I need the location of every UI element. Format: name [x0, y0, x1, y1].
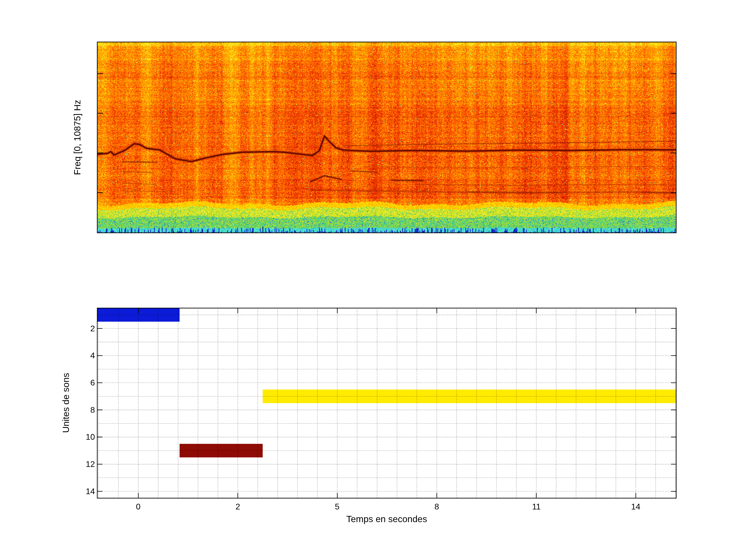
x-tick-label-2: 5 — [319, 501, 355, 512]
bottom-plot-box — [97, 308, 676, 498]
x-tick-label-5: 14 — [618, 501, 654, 512]
x-tick-label-0: 0 — [120, 501, 156, 512]
y-tick-label-14: 14 — [53, 486, 95, 497]
spectrogram-box — [97, 42, 676, 233]
y-tick-label-2: 2 — [53, 323, 95, 334]
y-tick-label-4: 4 — [53, 350, 95, 361]
y-tick-label-12: 12 — [53, 459, 95, 469]
y-tick-label-8: 8 — [53, 405, 95, 415]
x-tick-label-4: 11 — [518, 501, 555, 512]
bottom-xlabel: Temps en secondes — [296, 514, 478, 524]
axis-tick-marks — [97, 74, 676, 498]
axes-overlay-svg — [0, 0, 747, 560]
bottom-ylabel: Unites de sons — [61, 325, 71, 481]
matlab-figure: Freq [0, 10875] Hz Unites de sons Temps … — [0, 0, 747, 560]
x-tick-label-1: 2 — [220, 501, 256, 512]
y-tick-label-10: 10 — [53, 432, 95, 442]
x-tick-label-3: 8 — [419, 501, 455, 512]
y-tick-label-6: 6 — [53, 377, 95, 388]
spectrogram-ylabel: Freq [0, 10875] Hz — [72, 60, 82, 215]
bottom-plot-grid — [97, 308, 676, 498]
